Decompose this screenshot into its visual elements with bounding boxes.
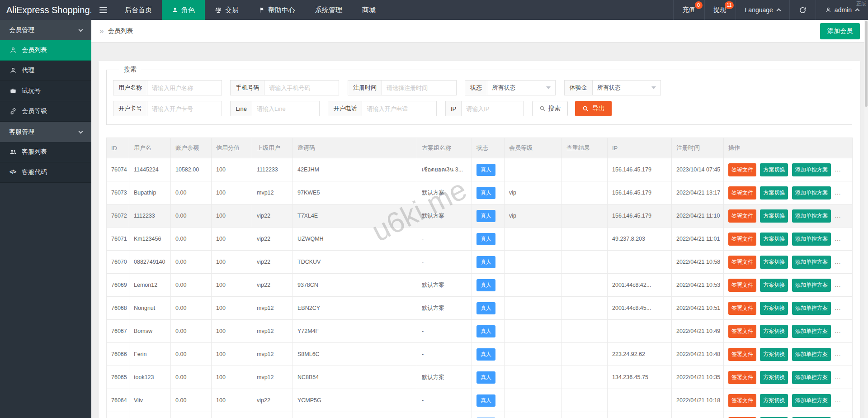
- more-actions-button[interactable]: ...: [835, 304, 841, 311]
- sign-file-button[interactable]: 签署文件: [728, 256, 756, 269]
- sidebar-item-member-levels[interactable]: 会员等级: [0, 101, 91, 122]
- language-menu[interactable]: Language: [736, 0, 789, 20]
- username-input[interactable]: [147, 80, 222, 95]
- cell-balance: 0.00: [171, 181, 212, 204]
- cell-plan-group: 默认方案: [417, 366, 472, 389]
- sidebar-item-support-list[interactable]: 客服列表: [0, 142, 91, 162]
- plan-switch-button[interactable]: 方案切换: [760, 233, 788, 246]
- search-button[interactable]: 搜索: [532, 101, 568, 116]
- cell-plan-group: -: [417, 228, 472, 251]
- more-actions-button[interactable]: ...: [835, 281, 841, 288]
- plan-switch-button[interactable]: 方案切换: [760, 371, 788, 384]
- col-register-time: 注册时间: [672, 138, 724, 158]
- ip-input[interactable]: [461, 101, 524, 116]
- sidebar-section-support-management[interactable]: 客服管理: [0, 122, 91, 142]
- cell-credit: 100: [212, 412, 252, 418]
- sign-file-button[interactable]: 签署文件: [728, 209, 756, 223]
- card-number-input[interactable]: [147, 101, 222, 116]
- plan-switch-button[interactable]: 方案切换: [760, 256, 788, 269]
- cell-dup-check: [562, 181, 608, 204]
- cell-credit: 100: [212, 389, 252, 412]
- sidebar-section-member-management[interactable]: 会员管理: [0, 20, 91, 40]
- add-single-control-plan-button[interactable]: 添加单控方案: [792, 209, 831, 223]
- more-actions-button[interactable]: ...: [835, 212, 841, 219]
- export-button[interactable]: 导出: [575, 101, 612, 116]
- add-single-control-plan-button[interactable]: 添加单控方案: [792, 233, 831, 246]
- cell-dup-check: [562, 274, 608, 297]
- sidebar-collapse-button[interactable]: [91, 0, 115, 20]
- line-input[interactable]: [252, 101, 320, 116]
- plan-switch-button[interactable]: 方案切换: [760, 279, 788, 292]
- nav-help-center[interactable]: 帮助中心: [249, 0, 305, 20]
- plan-switch-button[interactable]: 方案切换: [760, 209, 788, 223]
- more-actions-button[interactable]: ...: [835, 351, 841, 357]
- cell-username: Km123456: [129, 228, 171, 251]
- sign-file-button[interactable]: 签署文件: [728, 325, 756, 338]
- more-actions-button[interactable]: ...: [835, 328, 841, 334]
- more-actions-button[interactable]: ...: [835, 166, 841, 173]
- recharge-button[interactable]: 充值 0: [673, 0, 704, 20]
- link-icon: [9, 108, 17, 115]
- cell-actions: 签署文件 方案切换 添加单控方案 ...: [724, 204, 853, 228]
- nav-roles[interactable]: 角色: [162, 0, 205, 20]
- add-single-control-plan-button[interactable]: 添加单控方案: [792, 186, 831, 200]
- add-single-control-plan-button[interactable]: 添加单控方案: [792, 302, 831, 315]
- add-single-control-plan-button[interactable]: 添加单控方案: [792, 279, 831, 292]
- sign-file-button[interactable]: 签署文件: [728, 186, 756, 200]
- nav-transactions[interactable]: 交易: [205, 0, 249, 20]
- vertical-scrollbar[interactable]: [864, 20, 868, 418]
- account-phone-input[interactable]: [362, 101, 437, 116]
- more-actions-button[interactable]: ...: [835, 258, 841, 265]
- register-time-input[interactable]: [382, 80, 457, 95]
- sign-file-button[interactable]: 签署文件: [728, 279, 756, 292]
- sidebar-item-demo-accounts[interactable]: 试玩号: [0, 81, 91, 101]
- more-actions-button[interactable]: ...: [835, 374, 841, 380]
- plan-switch-button[interactable]: 方案切换: [760, 348, 788, 361]
- withdraw-button[interactable]: 提现 11: [704, 0, 736, 20]
- plan-switch-button[interactable]: 方案切换: [760, 163, 788, 176]
- add-single-control-plan-button[interactable]: 添加单控方案: [792, 325, 831, 338]
- refresh-button[interactable]: [789, 0, 816, 20]
- cell-username: Bupathip: [129, 181, 171, 204]
- sign-file-button[interactable]: 签署文件: [728, 302, 756, 315]
- more-actions-button[interactable]: ...: [835, 397, 841, 404]
- add-single-control-plan-button[interactable]: 添加单控方案: [792, 394, 831, 407]
- phone-input[interactable]: [264, 80, 339, 95]
- cell-actions: 签署文件 方案切换 添加单控方案 ...: [724, 251, 853, 274]
- cell-ip: 118.174.170.46: [608, 412, 672, 418]
- add-member-button[interactable]: 添加会员: [820, 23, 860, 39]
- status-select[interactable]: 所有状态: [487, 80, 556, 95]
- withdraw-badge: 11: [725, 1, 733, 9]
- cell-invite-code: EBN2CY: [293, 297, 417, 320]
- sign-file-button[interactable]: 签署文件: [728, 163, 756, 176]
- plan-switch-button[interactable]: 方案切换: [760, 302, 788, 315]
- plan-switch-button[interactable]: 方案切换: [760, 394, 788, 407]
- sign-file-button[interactable]: 签署文件: [728, 371, 756, 384]
- plan-switch-button[interactable]: 方案切换: [760, 325, 788, 338]
- scrollbar-thumb[interactable]: [865, 21, 868, 107]
- breadcrumb-arrows-icon: »: [99, 27, 104, 36]
- status-badge: 真人: [476, 394, 495, 407]
- sidebar-item-member-list[interactable]: 会员列表: [0, 40, 91, 61]
- sign-file-button[interactable]: 签署文件: [728, 394, 756, 407]
- nav-system[interactable]: 系统管理: [305, 0, 352, 20]
- nav-mall[interactable]: 商城: [352, 0, 386, 20]
- trial-bonus-select[interactable]: 所有状态: [592, 80, 661, 95]
- cell-balance: 0.00: [171, 204, 212, 228]
- add-single-control-plan-button[interactable]: 添加单控方案: [792, 371, 831, 384]
- plan-switch-button[interactable]: 方案切换: [760, 186, 788, 200]
- add-single-control-plan-button[interactable]: 添加单控方案: [792, 163, 831, 176]
- sidebar-item-agents[interactable]: 代理: [0, 61, 91, 81]
- nav-dashboard[interactable]: 后台首页: [115, 0, 162, 20]
- add-single-control-plan-button[interactable]: 添加单控方案: [792, 256, 831, 269]
- cell-username: Ppoo: [129, 412, 171, 418]
- cell-invite-code: 9378CN: [293, 274, 417, 297]
- add-single-control-plan-button[interactable]: 添加单控方案: [792, 348, 831, 361]
- more-actions-button[interactable]: ...: [835, 235, 841, 242]
- sidebar-item-support-code[interactable]: </> 客服代码: [0, 162, 91, 183]
- sign-file-button[interactable]: 签署文件: [728, 233, 756, 246]
- more-actions-button[interactable]: ...: [835, 189, 841, 196]
- cell-register-time: 2022/04/21 10:35: [672, 366, 724, 389]
- sign-file-button[interactable]: 签署文件: [728, 348, 756, 361]
- user-icon: [825, 7, 831, 13]
